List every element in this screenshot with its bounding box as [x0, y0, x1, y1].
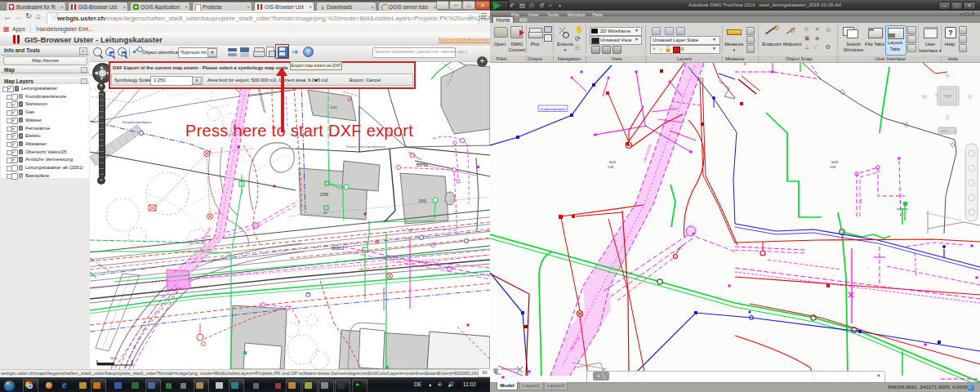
svg-text:B6801: B6801 — [332, 246, 345, 251]
svg-text:B5793: B5793 — [416, 163, 428, 167]
svg-text:ABL: ABL — [859, 198, 863, 204]
svg-text:2065: 2065 — [418, 199, 427, 203]
svg-text:▾: ▾ — [954, 130, 956, 133]
svg-text:7533: 7533 — [214, 212, 222, 216]
svg-text:28: 28 — [408, 229, 412, 233]
svg-text:½: ½ — [867, 267, 870, 270]
svg-text:N: N — [946, 73, 950, 78]
svg-text:Zeughausparkplatz: Zeughausparkplatz — [540, 108, 566, 111]
svg-text:E: E — [969, 94, 973, 100]
svg-text:W: W — [922, 94, 928, 100]
svg-text:/249: /249 — [830, 166, 835, 169]
svg-text:10 m: 10 m — [110, 357, 117, 360]
svg-text:2058: 2058 — [320, 193, 329, 197]
svg-text:S: S — [946, 114, 950, 120]
svg-text:½: ½ — [927, 287, 929, 291]
svg-text:TOP: TOP — [943, 95, 951, 99]
svg-text:/248: /248 — [608, 166, 613, 169]
svg-text:Freizeit- und Jugendzentrum: Freizeit- und Jugendzentrum — [346, 145, 385, 149]
svg-text:Zeughausparkplatz: Zeughausparkplatz — [122, 120, 152, 124]
svg-text:WCS: WCS — [941, 130, 948, 133]
svg-text:6026: 6026 — [609, 161, 616, 164]
svg-text:1682: 1682 — [330, 105, 338, 109]
svg-text:6026: 6026 — [831, 161, 838, 164]
